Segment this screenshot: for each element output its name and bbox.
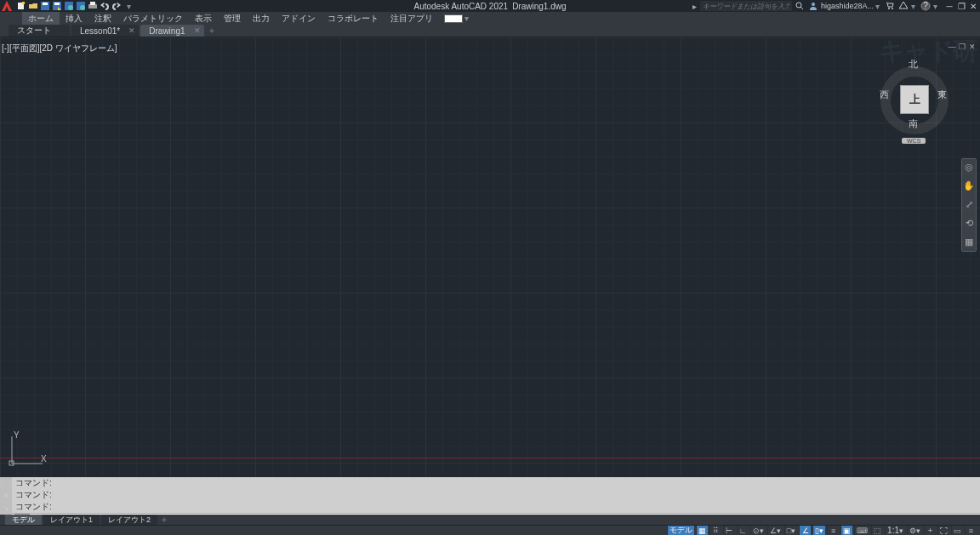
cart-icon[interactable]: [885, 1, 895, 11]
save-icon[interactable]: [40, 1, 50, 11]
add-layout-button[interactable]: ＋: [159, 514, 169, 526]
command-history-line: コマンド:: [12, 477, 980, 489]
web-save-icon[interactable]: [76, 1, 86, 11]
status-snapmode-icon[interactable]: ⠿: [709, 526, 721, 535]
pan-icon[interactable]: ✋: [963, 180, 975, 192]
layout-tab-model[interactable]: モデル: [5, 515, 42, 525]
open-icon[interactable]: [28, 1, 38, 11]
restore-button[interactable]: ❐: [956, 1, 966, 11]
status-lwt-icon[interactable]: ▯▾: [812, 526, 825, 535]
orbit-icon[interactable]: ⟲: [963, 218, 975, 230]
status-isodraft-icon[interactable]: ∠▾: [767, 526, 783, 535]
status-cleanscreen-icon[interactable]: ▭: [951, 526, 963, 535]
undo-icon[interactable]: [100, 1, 110, 11]
status-grid-icon[interactable]: ▦: [696, 526, 708, 535]
menu-bar: ホーム 挿入 注釈 パラメトリック 表示 管理 出力 アドイン コラボレート 注…: [0, 12, 980, 25]
svg-rect-1: [22, 2, 25, 4]
viewcube-west[interactable]: 西: [880, 88, 889, 101]
status-infer-icon[interactable]: ⊢: [723, 526, 735, 535]
tab-start[interactable]: スタート: [9, 25, 70, 37]
menu-annotate[interactable]: 注釈: [88, 12, 117, 25]
status-bar: モデル ▦ ⠿ ⊢ ∟ ⊙▾ ∠▾ □▾ ∠ ▯▾ ≡ ▣ ⌨ ⬚ 1:1▾ ⚙…: [0, 525, 980, 535]
menu-featured[interactable]: 注目アプリ: [385, 12, 439, 25]
layout-tabs: モデル レイアウト1 レイアウト2 ＋: [0, 515, 980, 525]
user-icon[interactable]: [808, 1, 818, 11]
status-annoscale[interactable]: 1:1▾: [885, 526, 905, 535]
svg-rect-3: [43, 3, 48, 5]
svg-point-14: [888, 8, 890, 9]
search-expand-icon[interactable]: ▸: [692, 2, 697, 11]
minimize-button[interactable]: ─: [944, 1, 954, 11]
status-ortho-icon[interactable]: ∟: [737, 526, 749, 535]
status-dyn-icon[interactable]: ⌨: [854, 526, 869, 535]
status-polar-icon[interactable]: ⊙▾: [750, 526, 766, 535]
app-title: Autodesk AutoCAD 2021 Drawing1.dwg: [413, 2, 566, 11]
status-transparency-icon[interactable]: ≡: [827, 526, 839, 535]
ucs-icon[interactable]: Y X: [9, 433, 46, 470]
drawing-viewport[interactable]: キャド研 [-][平面図][2D ワイヤフレーム] — ❐ ✕ Y X: [0, 37, 980, 477]
status-modelspace[interactable]: モデル: [667, 526, 694, 535]
tab-drawing1[interactable]: Drawing1✕: [140, 25, 203, 37]
help-icon[interactable]: ?: [920, 1, 931, 11]
layout-tab-layout1[interactable]: レイアウト1: [43, 515, 100, 525]
status-gear-icon[interactable]: ⚙▾: [907, 526, 922, 535]
status-autosnap-icon[interactable]: ∠: [799, 526, 811, 535]
doc-window-controls: — ❐ ✕: [948, 43, 977, 51]
close-icon[interactable]: ✕: [194, 26, 201, 35]
status-osnap-icon[interactable]: □▾: [784, 526, 797, 535]
doc-close-button[interactable]: ✕: [968, 43, 977, 51]
command-line-area: ⋮⋮✕↘ コマンド: コマンド: コマンド: ▸▾: [0, 477, 980, 515]
menu-output[interactable]: 出力: [247, 12, 276, 25]
menu-manage[interactable]: 管理: [218, 12, 247, 25]
search-input[interactable]: [700, 1, 792, 11]
svg-point-13: [812, 3, 815, 6]
web-open-icon[interactable]: [64, 1, 74, 11]
status-plus-icon[interactable]: ＋: [924, 526, 936, 535]
zoom-extents-icon[interactable]: ⤢: [963, 199, 975, 211]
doc-minimize-button[interactable]: —: [948, 43, 956, 51]
viewcube[interactable]: 北 南 西 東 上 WCS: [878, 53, 951, 138]
viewcube-south[interactable]: 南: [909, 117, 918, 130]
new-icon[interactable]: [16, 1, 26, 11]
axis-line: [0, 458, 980, 458]
menu-collaborate[interactable]: コラボレート: [322, 12, 385, 25]
status-cycling-icon[interactable]: ⬚: [871, 526, 883, 535]
nav-wheel-icon[interactable]: ◎: [963, 162, 975, 174]
menu-parametric[interactable]: パラメトリック: [117, 12, 189, 25]
command-history-line: コマンド:: [12, 501, 980, 513]
app-exchange-icon[interactable]: [898, 1, 909, 11]
status-selection-icon[interactable]: ▣: [840, 526, 852, 535]
color-swatch[interactable]: [444, 14, 463, 23]
viewcube-east[interactable]: 東: [937, 88, 947, 101]
viewcube-top-face[interactable]: 上: [900, 85, 929, 114]
plot-icon[interactable]: [88, 1, 98, 11]
redo-icon[interactable]: [111, 1, 122, 11]
menu-home[interactable]: ホーム: [22, 12, 60, 25]
viewcube-wcs[interactable]: WCS: [902, 138, 926, 144]
svg-point-9: [80, 5, 85, 10]
saveas-icon[interactable]: [52, 1, 62, 11]
showmotion-icon[interactable]: ▦: [963, 236, 975, 248]
command-handle[interactable]: ⋮⋮✕↘: [0, 477, 12, 515]
qat-dropdown-icon[interactable]: ▾: [123, 1, 134, 11]
viewport-controls[interactable]: [-][平面図][2D ワイヤフレーム]: [2, 43, 117, 54]
search-icon[interactable]: [795, 1, 805, 11]
app-logo-icon[interactable]: [2, 1, 12, 11]
menu-insert[interactable]: 挿入: [60, 12, 88, 25]
tab-lesson01[interactable]: Lesson01*✕: [71, 25, 139, 37]
svg-rect-11: [90, 2, 95, 5]
close-button[interactable]: ✕: [968, 1, 978, 11]
menu-addins[interactable]: アドイン: [276, 12, 322, 25]
menu-view[interactable]: 表示: [189, 12, 218, 25]
close-icon[interactable]: ✕: [128, 26, 135, 35]
user-name[interactable]: higashide28A...: [821, 2, 874, 10]
doc-restore-button[interactable]: ❐: [958, 43, 966, 51]
status-customize-icon[interactable]: ≡: [965, 526, 977, 535]
file-tabs: スタート Lesson01*✕ Drawing1✕ ＋: [0, 25, 980, 37]
status-isolate-icon[interactable]: ⛶: [937, 526, 949, 535]
navigation-bar: ◎ ✋ ⤢ ⟲ ▦: [961, 158, 977, 252]
new-tab-button[interactable]: ＋: [206, 25, 218, 37]
layout-tab-layout2[interactable]: レイアウト2: [101, 515, 157, 525]
viewcube-north[interactable]: 北: [909, 58, 918, 71]
quick-access-toolbar: ▾ Autodesk AutoCAD 2021 Drawing1.dwg ▸ h…: [0, 0, 980, 12]
